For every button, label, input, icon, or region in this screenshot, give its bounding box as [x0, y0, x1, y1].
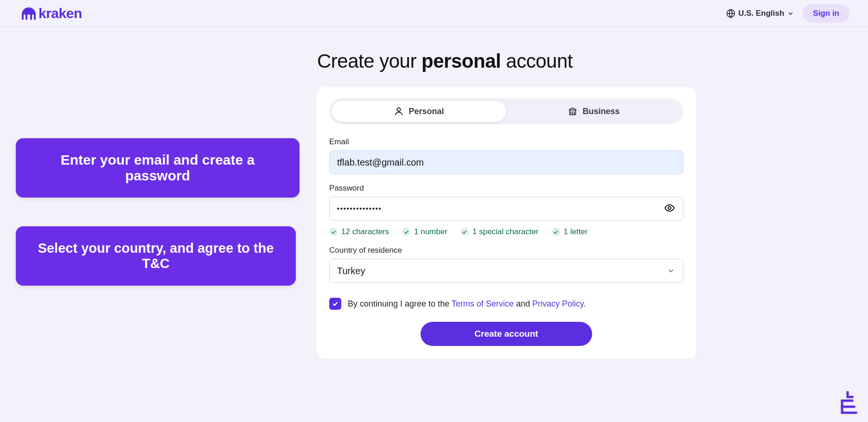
consent-checkbox[interactable] [329, 298, 341, 310]
signup-card: Personal Business Email [316, 87, 696, 359]
country-select-wrap: Turkey [329, 259, 683, 283]
password-requirements: 12 characters 1 number 1 special charact… [329, 227, 683, 237]
header: kraken U.S. English Sign in [0, 0, 868, 27]
page-title: Create your personal account [317, 50, 696, 72]
pw-req-chars: 12 characters [329, 227, 389, 237]
consent-suffix: . [584, 299, 586, 308]
pw-req-letter: 1 letter [552, 227, 588, 237]
check-icon [402, 228, 410, 236]
svg-point-2 [397, 108, 401, 111]
toggle-password-visibility[interactable] [662, 201, 677, 217]
check-icon [552, 228, 560, 236]
pw-req-special-label: 1 special character [472, 227, 539, 237]
callout-email-password: Enter your email and create a password [16, 138, 300, 198]
building-icon [568, 106, 578, 116]
signin-button[interactable]: Sign in [803, 4, 849, 23]
language-selector[interactable]: U.S. English [726, 9, 794, 18]
password-label: Password [329, 184, 683, 193]
consent-row: By continuing I agree to the Terms of Se… [329, 298, 683, 310]
pw-req-chars-label: 12 characters [341, 227, 389, 237]
header-right: U.S. English Sign in [726, 4, 849, 23]
person-icon [394, 106, 404, 116]
check-icon [460, 228, 469, 236]
create-account-button[interactable]: Create account [421, 322, 592, 346]
main: Enter your email and create a password S… [0, 27, 868, 359]
email-label: Email [329, 137, 683, 147]
left-callouts: Enter your email and create a password S… [0, 50, 305, 359]
pw-req-number-label: 1 number [414, 227, 447, 237]
consent-prefix: By continuing I agree to the [348, 299, 452, 308]
corner-logo-icon [834, 390, 860, 417]
pw-req-letter-label: 1 letter [564, 227, 588, 237]
tab-business[interactable]: Business [506, 101, 681, 122]
title-bold: personal [421, 50, 501, 72]
password-input[interactable] [329, 197, 683, 221]
callout-country-tc: Select your country, and agree to the T&… [16, 226, 296, 286]
svg-point-7 [668, 207, 671, 210]
consent-mid: and [514, 299, 532, 308]
password-wrap [329, 197, 683, 221]
field-country: Country of residence Turkey [329, 246, 683, 283]
tab-personal[interactable]: Personal [332, 101, 506, 122]
chevron-down-icon [787, 10, 794, 17]
kraken-icon [21, 6, 37, 20]
consent-text: By continuing I agree to the Terms of Se… [348, 299, 586, 309]
checkmark-icon [332, 300, 339, 307]
language-label: U.S. English [738, 9, 784, 18]
check-icon [329, 228, 338, 236]
country-value: Turkey [337, 266, 365, 276]
brand-text: kraken [38, 6, 82, 21]
globe-icon [726, 9, 735, 18]
tab-personal-label: Personal [408, 107, 444, 116]
country-select[interactable]: Turkey [329, 259, 683, 283]
field-email: Email [329, 137, 683, 174]
pw-req-number: 1 number [402, 227, 447, 237]
tab-business-label: Business [582, 107, 619, 116]
email-input[interactable] [329, 150, 683, 174]
field-password: Password [329, 184, 683, 221]
title-suffix: account [501, 50, 573, 72]
title-prefix: Create your [317, 50, 421, 72]
pw-req-special: 1 special character [460, 227, 539, 237]
account-type-tabs: Personal Business [329, 98, 683, 124]
eye-icon [664, 203, 675, 214]
brand-logo[interactable]: kraken [21, 6, 82, 21]
signup-panel: Create your personal account Personal [316, 50, 696, 359]
privacy-link[interactable]: Privacy Policy [532, 299, 584, 308]
country-label: Country of residence [329, 246, 683, 255]
tos-link[interactable]: Terms of Service [452, 299, 514, 308]
